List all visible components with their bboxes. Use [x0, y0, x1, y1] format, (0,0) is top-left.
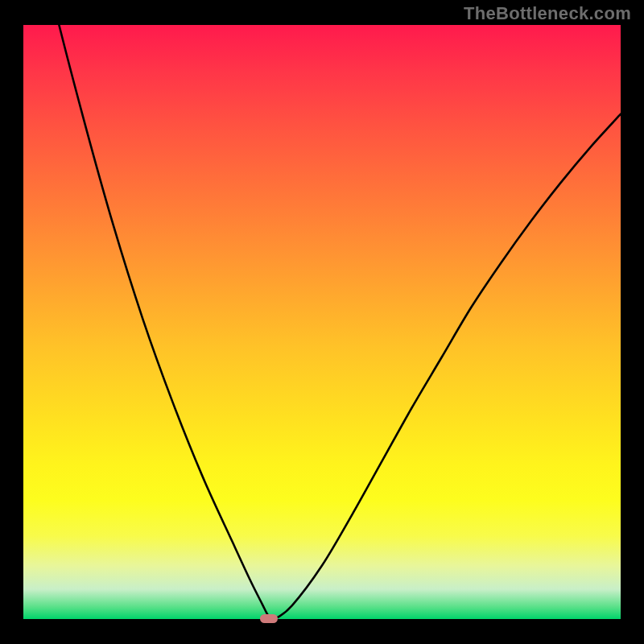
curve-layer: [0, 0, 644, 644]
optimal-marker: [260, 614, 278, 623]
chart-frame: TheBottleneck.com: [0, 0, 644, 644]
bottleneck-curve: [23, 0, 621, 620]
